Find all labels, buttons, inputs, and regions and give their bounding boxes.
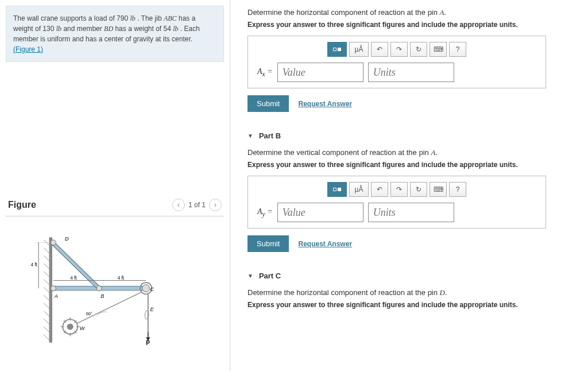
part-b-prompt: Determine the vertical component of reac… [247, 148, 577, 157]
svg-text:4 ft: 4 ft [118, 276, 125, 281]
part-b-header[interactable]: ▼ Part B [247, 125, 577, 146]
undo-button[interactable]: ↶ [371, 182, 388, 197]
svg-text:4 ft: 4 ft [70, 276, 77, 281]
svg-line-8 [44, 295, 49, 300]
part-b-request-answer-link[interactable]: Request Answer [298, 240, 352, 248]
part-b-units-input[interactable] [368, 203, 454, 222]
svg-line-23 [75, 292, 141, 324]
svg-text:W: W [80, 325, 86, 331]
part-b-var-label: Ay = [257, 207, 273, 218]
svg-text:A: A [54, 293, 58, 299]
svg-text:C: C [150, 286, 154, 292]
svg-line-9 [44, 303, 49, 308]
collapse-icon: ▼ [247, 133, 253, 139]
figure-pager-label: 1 of 1 [188, 201, 206, 209]
part-a-request-answer-link[interactable]: Request Answer [298, 100, 352, 108]
figure-prev-button[interactable]: ‹ [172, 199, 185, 211]
part-a-submit-button[interactable]: Submit [247, 95, 289, 112]
problem-statement: The wall crane supports a load of 790 lb… [6, 6, 224, 62]
figure-title: Figure [8, 200, 36, 210]
part-a-units-input[interactable] [368, 63, 454, 82]
templates-button[interactable] [327, 182, 347, 197]
part-a-instructions: Express your answer to three significant… [247, 21, 577, 29]
part-c-header[interactable]: ▼ Part C [247, 265, 577, 286]
svg-point-17 [51, 286, 56, 291]
part-a-var-label: Ax = [257, 67, 273, 78]
svg-text:E: E [150, 307, 154, 312]
svg-point-19 [142, 285, 150, 292]
special-chars-button[interactable]: µÅ [349, 42, 369, 57]
svg-text:60°: 60° [86, 311, 92, 316]
svg-text:4 ft: 4 ft [30, 262, 37, 268]
undo-button[interactable]: ↶ [371, 42, 388, 57]
part-b-title: Part B [259, 131, 281, 140]
keyboard-button[interactable]: ⌨ [430, 42, 447, 57]
reset-button[interactable]: ↻ [410, 42, 427, 57]
svg-line-6 [44, 280, 49, 285]
special-chars-button[interactable]: µÅ [349, 182, 369, 197]
keyboard-button[interactable]: ⌨ [430, 182, 447, 197]
part-c-title: Part C [259, 272, 281, 280]
part-a-body: Determine the horizontal component of re… [247, 6, 577, 120]
part-c-body: Determine the horizontal component of re… [247, 286, 577, 309]
figure-next-button[interactable]: › [209, 199, 222, 211]
reset-button[interactable]: ↻ [410, 182, 427, 197]
figure-image: D A B C E W P 4 ft 4 ft 4 ft 60° [6, 216, 224, 365]
help-button[interactable]: ? [449, 182, 466, 197]
part-c-instructions: Express your answer to three significant… [247, 301, 577, 309]
svg-line-4 [44, 263, 49, 269]
svg-line-13 [44, 335, 49, 340]
templates-button[interactable] [327, 42, 347, 57]
part-b-submit-button[interactable]: Submit [247, 235, 289, 252]
redo-button[interactable]: ↷ [390, 42, 408, 57]
svg-line-7 [44, 287, 49, 292]
figure-section: Figure ‹ 1 of 1 › [6, 194, 224, 365]
svg-text:B: B [100, 293, 104, 299]
svg-line-5 [44, 272, 49, 277]
part-b-instructions: Express your answer to three significant… [247, 161, 577, 169]
part-a-value-input[interactable] [277, 63, 363, 82]
svg-line-12 [44, 327, 49, 332]
svg-line-16 [52, 243, 99, 289]
part-b-answer-box: µÅ ↶ ↷ ↻ ⌨ ? Ay = [247, 176, 546, 228]
part-b-value-input[interactable] [277, 203, 363, 222]
redo-button[interactable]: ↷ [390, 182, 408, 197]
collapse-icon: ▼ [247, 273, 253, 279]
svg-line-11 [44, 319, 49, 324]
part-a-answer-box: µÅ ↶ ↷ ↻ ⌨ ? Ax = [247, 36, 546, 88]
svg-point-25 [67, 324, 74, 330]
help-button[interactable]: ? [449, 42, 466, 57]
svg-point-18 [96, 286, 102, 291]
part-b-body: Determine the vertical component of reac… [247, 146, 577, 260]
svg-line-3 [44, 255, 49, 261]
svg-text:D: D [65, 236, 69, 242]
part-c-prompt: Determine the horizontal component of re… [247, 288, 577, 297]
part-a-prompt: Determine the horizontal component of re… [247, 8, 577, 17]
svg-line-2 [44, 248, 49, 253]
svg-line-10 [44, 311, 49, 316]
figure-link[interactable]: (Figure 1) [13, 45, 43, 53]
